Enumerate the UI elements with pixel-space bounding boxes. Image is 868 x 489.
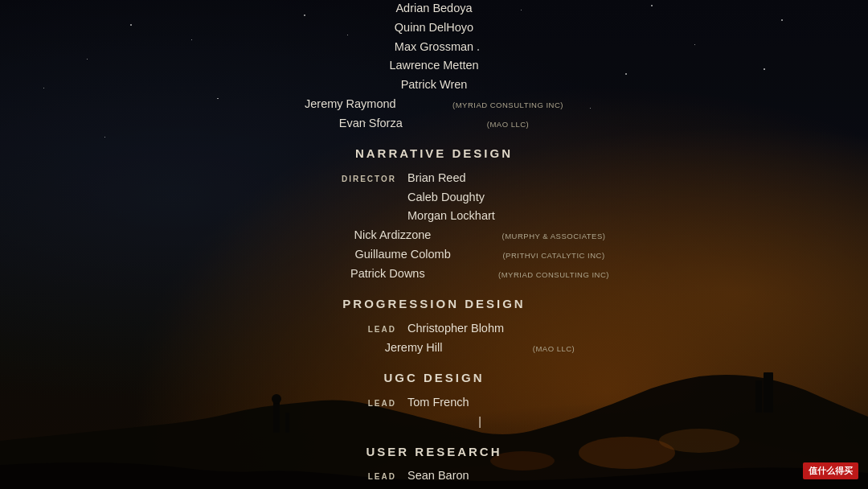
list-item: Adrian Bedoya	[259, 0, 609, 18]
role-label: Lead	[316, 471, 396, 483]
credit-note: (MAO LLC)	[533, 343, 575, 355]
credit-name: Christopher Blohm	[407, 320, 552, 338]
list-item: Caleb Doughty	[259, 189, 609, 207]
role-label: Lead	[316, 397, 396, 409]
text-cursor: |	[478, 413, 481, 430]
credits-container: Adrian Bedoya Quinn DelHoyo Max Grossman…	[0, 0, 868, 489]
credit-name: Evan Sforza	[339, 115, 484, 133]
user-research-section: USER RESEARCH Lead Sean Baron	[259, 443, 609, 485]
credit-name: Tom French	[407, 394, 552, 412]
credit-name: Sean Baron	[407, 467, 552, 485]
list-item: Quinn DelHoyo	[259, 19, 609, 37]
list-item: Jeremy Raymond (MYRIAD CONSULTING INC)	[259, 96, 609, 113]
list-item: Lead Sean Baron	[259, 467, 609, 485]
list-item: Director Brian Reed	[259, 170, 609, 187]
progression-design-section: PROGRESSION DESIGN Lead Christopher Bloh…	[259, 295, 609, 356]
watermark: 值什么得买	[803, 462, 858, 479]
list-item: Patrick Downs (MYRIAD CONSULTING INC)	[259, 265, 609, 283]
list-item: Jeremy Hill (MAO LLC)	[259, 339, 609, 357]
list-item: Lawrence Metten	[259, 57, 609, 75]
top-names-section: Adrian Bedoya Quinn DelHoyo Max Grossman…	[259, 0, 609, 132]
role-label: Director	[316, 173, 396, 185]
credit-name: Caleb Doughty	[407, 189, 552, 207]
role-label: Lead	[316, 323, 396, 335]
credit-name: Jeremy Raymond	[305, 96, 449, 113]
list-item: Max Grossman	[259, 39, 609, 56]
credit-name: Morgan Lockhart	[407, 208, 552, 225]
list-item: Lead Tom French	[259, 394, 609, 412]
list-item: Morgan Lockhart	[259, 208, 609, 225]
credit-note: (MYRIAD CONSULTING INC)	[498, 269, 609, 281]
section-title-user-research: USER RESEARCH	[259, 443, 609, 462]
narrative-design-section: NARRATIVE DESIGN Director Brian Reed Cal…	[259, 145, 609, 282]
credit-name: Guillaume Colomb	[354, 246, 499, 264]
credit-name: Jeremy Hill	[385, 339, 530, 357]
list-item: Nick Ardizzone (MURPHY & ASSOCIATES)	[259, 227, 609, 244]
list-item: Patrick Wren	[259, 76, 609, 94]
credit-note: (MYRIAD CONSULTING INC)	[452, 100, 563, 111]
section-title-ugc-design: UGC DESIGN	[259, 369, 609, 388]
section-title-narrative-design: NARRATIVE DESIGN	[259, 145, 609, 163]
list-item: Evan Sforza (MAO LLC)	[259, 115, 609, 133]
section-title-progression-design: PROGRESSION DESIGN	[259, 295, 609, 314]
credit-note: (MAO LLC)	[487, 119, 530, 130]
cursor-row: |	[259, 413, 609, 430]
credit-name: Nick Ardizzone	[354, 227, 499, 244]
list-item: Guillaume Colomb (PRITHVI CATALYTIC INC)	[259, 246, 609, 264]
credit-name: Brian Reed	[407, 170, 552, 187]
credit-name: Patrick Downs	[350, 265, 495, 283]
credit-note: (PRITHVI CATALYTIC INC)	[502, 250, 604, 261]
list-item: Lead Christopher Blohm	[259, 320, 609, 338]
credits-content: Adrian Bedoya Quinn DelHoyo Max Grossman…	[259, 0, 609, 489]
credit-note: (MURPHY & ASSOCIATES)	[502, 231, 606, 242]
ugc-design-section: UGC DESIGN Lead Tom French |	[259, 369, 609, 429]
